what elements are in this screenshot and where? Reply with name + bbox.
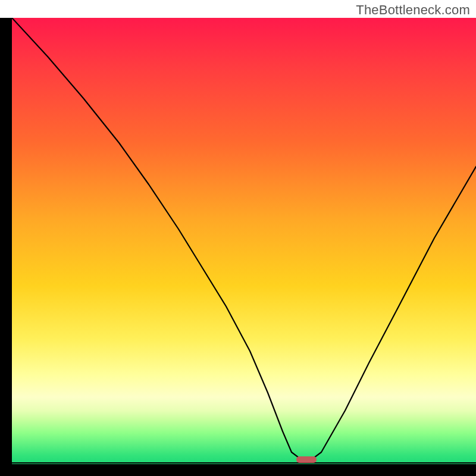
- watermark-text: TheBottleneck.com: [356, 2, 470, 18]
- bottleneck-chart: TheBottleneck.com: [0, 0, 476, 476]
- frame-left: [0, 18, 12, 464]
- curve-svg: [12, 18, 476, 464]
- minimum-marker: [296, 456, 317, 463]
- bottleneck-curve: [12, 18, 476, 461]
- frame-bottom: [0, 464, 476, 476]
- plot-area: [12, 18, 476, 464]
